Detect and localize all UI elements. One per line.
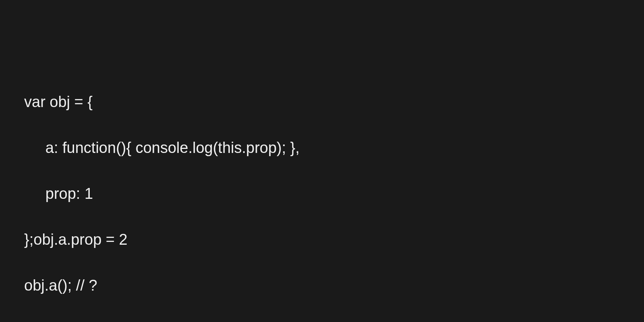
code-line: var obj = {	[24, 91, 644, 114]
code-line: prop: 1	[24, 182, 644, 205]
code-block: var obj = { a: function(){ console.log(t…	[0, 0, 644, 322]
code-line: var fn = obj.a;	[24, 320, 644, 322]
code-line: obj.a(); // ?	[24, 274, 644, 297]
code-line: a: function(){ console.log(this.prop); }…	[24, 136, 644, 159]
code-line: };obj.a.prop = 2	[24, 228, 644, 251]
